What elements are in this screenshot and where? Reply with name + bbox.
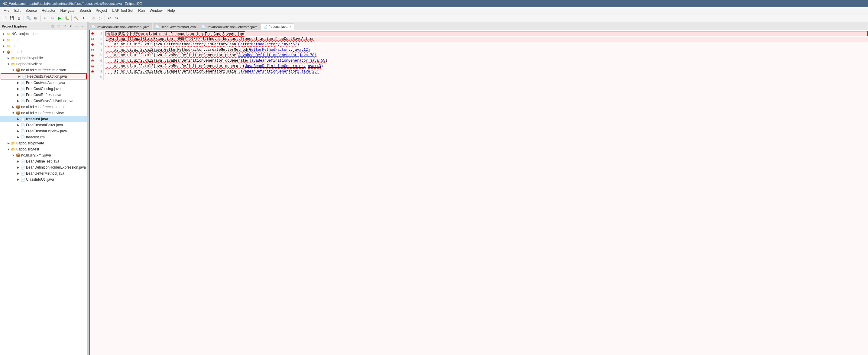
menu-window[interactable]: Window bbox=[147, 8, 165, 13]
menu-file[interactable]: File bbox=[1, 8, 12, 13]
tree-label-freecustclosing: FreeCustClosing.java bbox=[26, 87, 61, 91]
toolbar-undo[interactable]: ↩ bbox=[106, 15, 113, 22]
tree-arrow-beangettermethod[interactable]: ▶ bbox=[16, 172, 21, 175]
tree-label-src-test: uapbd/src/test bbox=[16, 147, 39, 151]
tree-item-beandefinitionholder[interactable]: ▶ 📄 BeanDefinitionHolderExpression.java bbox=[0, 164, 87, 170]
tree-arrow-pkg-action[interactable]: ▼ bbox=[11, 69, 16, 72]
tree-item-freecustomeditor[interactable]: ▶ 📄 FreeCustomEditor.java bbox=[0, 122, 87, 128]
toolbar-next-edit[interactable]: ▷ bbox=[97, 15, 103, 22]
tab-freecust[interactable]: 📄 freecust.java × bbox=[260, 23, 294, 30]
tree-arrow-freecust-java[interactable]: ▶ bbox=[16, 118, 21, 121]
tree-item-beandefinetest[interactable]: ▶ 📄 BeanDefineTest.java bbox=[0, 158, 87, 164]
tree-arrow-freecustomlistview[interactable]: ▶ bbox=[16, 130, 21, 133]
toolbar-new[interactable]: 📄 bbox=[1, 15, 8, 22]
tree-arrow-freecustomeditor[interactable]: ▶ bbox=[16, 124, 21, 127]
toolbar-back[interactable]: ↩ bbox=[42, 15, 49, 22]
link-line5[interactable]: JavaBeanDefinitionGenerator.java:78 bbox=[238, 53, 314, 57]
tree-arrow-riart[interactable]: ▶ bbox=[1, 38, 6, 41]
sidebar-close[interactable]: × bbox=[80, 24, 86, 29]
tree-arrow-pkg-xml2java[interactable]: ▼ bbox=[11, 154, 16, 157]
sidebar-minimize[interactable]: — bbox=[74, 24, 80, 29]
tree-arrow-feecust[interactable]: ▶ bbox=[17, 75, 22, 78]
tree-item-src-private[interactable]: ▶ 📂 uapbd/src/private bbox=[0, 140, 87, 146]
tree-arrow-freecustadd[interactable]: ▶ bbox=[16, 81, 21, 84]
tree-arrow-beandefinitionholder[interactable]: ▶ bbox=[16, 166, 21, 169]
sidebar-filter[interactable]: ▽ bbox=[56, 24, 61, 29]
sidebar-collapse[interactable]: □ bbox=[50, 24, 55, 29]
tree-label-freecustrefresh: FreeCustRefresh.java bbox=[26, 93, 61, 97]
tree-arrow-freecustrefresh[interactable]: ▶ bbox=[16, 93, 21, 96]
tab-beangettermethod[interactable]: 📄 BeanGetterMethod.java bbox=[153, 23, 198, 30]
toolbar-redo[interactable]: ↪ bbox=[113, 15, 120, 22]
tree-arrow-freecustclosing[interactable]: ▶ bbox=[16, 87, 21, 90]
tree-arrow-classinfoutil[interactable]: ▶ bbox=[16, 178, 21, 181]
tree-item-src-public[interactable]: ▶ 📂 uapbd/src/public bbox=[0, 55, 87, 61]
tree-item-beangettermethod[interactable]: ▶ 📄 BeanGetterMethod.java bbox=[0, 170, 87, 176]
tree-item-riart[interactable]: ▶ 📁 riart bbox=[0, 37, 87, 43]
tree-item-freecustomlistview[interactable]: ▶ 📄 FreeCustomListView.java bbox=[0, 128, 87, 134]
tree-arrow-src-test[interactable]: ▼ bbox=[6, 148, 11, 151]
tree-arrow-freecust-xml[interactable]: ▶ bbox=[16, 136, 21, 139]
link-line3[interactable]: GetterMethodFactory.java:57 bbox=[238, 42, 297, 46]
tree-arrow-src-private[interactable]: ▶ bbox=[6, 142, 11, 145]
toolbar-search[interactable]: 🔍 bbox=[25, 15, 32, 22]
menu-search[interactable]: Search bbox=[77, 8, 93, 13]
toolbar-grid[interactable]: ⊞ bbox=[32, 15, 39, 22]
tree-arrow-src-public[interactable]: ▶ bbox=[6, 57, 11, 60]
menu-run[interactable]: Run bbox=[136, 8, 147, 13]
menu-navigate[interactable]: Navigate bbox=[58, 8, 77, 13]
tree-item-freecustclosing[interactable]: ▶ 📄 FreeCustClosing.java bbox=[0, 86, 87, 92]
link-line7[interactable]: JavaBeanDefinitionGenerator.java:43 bbox=[245, 64, 321, 68]
tree-item-freecustrefresh[interactable]: ▶ 📄 FreeCustRefresh.java bbox=[0, 92, 87, 98]
menu-uap[interactable]: UAP Tool Set bbox=[110, 8, 136, 13]
tree-item-freecust-xml[interactable]: ▶ 📄 freecust.xml bbox=[0, 134, 87, 140]
tree-item-uapbd[interactable]: ▼ 📦 uapbd bbox=[0, 49, 87, 55]
tab-close-freecust[interactable]: × bbox=[289, 25, 292, 28]
toolbar-print[interactable]: 🖨 bbox=[16, 15, 22, 22]
toolbar-run[interactable]: ▶ bbox=[56, 15, 63, 22]
sidebar-link[interactable]: ⟳ bbox=[62, 24, 67, 29]
link-line6[interactable]: JavaBeanDefinitionGenerator.java:55 bbox=[249, 59, 325, 63]
tree-item-pkg-view[interactable]: ▼ 📦 nc.ui.bd.cust.freecust.view bbox=[0, 110, 87, 116]
tab-javabeandef2[interactable]: 📄 JavaBeanDefinitionGenerator2.java bbox=[89, 23, 152, 30]
tree-arrow-tbb[interactable]: ▶ bbox=[1, 44, 6, 47]
tree-label-classinfoutil: ClassInfoUtil.java bbox=[26, 178, 54, 182]
tree-arrow-nc-project[interactable]: ▶ bbox=[1, 32, 6, 35]
menu-source[interactable]: Source bbox=[23, 8, 39, 13]
tab-javabeandef[interactable]: 📄 JavaBeanDefinitionGenerator.java bbox=[199, 23, 260, 30]
code-line-2: java.lang.IllegalStateException: 未能在类路径中… bbox=[105, 36, 868, 42]
tree-item-tbb[interactable]: ▶ 📁 tbb bbox=[0, 43, 87, 49]
tree-item-classinfoutil[interactable]: ▶ 📄 ClassInfoUtil.java bbox=[0, 176, 87, 183]
tree-item-pkg-model[interactable]: ▶ 📦 nc.ui.bd.cust.freecust.model bbox=[0, 104, 87, 110]
link-line4[interactable]: GetterMethodFactory.java:12 bbox=[249, 48, 308, 52]
toolbar-clean[interactable]: ✦ bbox=[80, 15, 87, 22]
tree-arrow-beandefinetest[interactable]: ▶ bbox=[16, 160, 21, 163]
menu-edit[interactable]: Edit bbox=[12, 8, 23, 13]
gutter-error-4: ⊗ bbox=[90, 47, 95, 53]
tree-item-freecustaddaction[interactable]: ▶ 📄 FreeCustAddAction.java bbox=[0, 80, 87, 86]
menu-refactor[interactable]: Refactor bbox=[39, 8, 58, 13]
tree-arrow-freecustsaveadd[interactable]: ▶ bbox=[16, 99, 21, 102]
toolbar-save[interactable]: 💾 bbox=[8, 15, 15, 22]
tree-item-src-test[interactable]: ▼ 📂 uapbd/src/test bbox=[0, 146, 87, 152]
tree-arrow-pkg-model[interactable]: ▶ bbox=[11, 105, 16, 108]
tree-item-feecustsaveaction[interactable]: ▶ 📄 FeeCustSaveAction.java bbox=[1, 73, 87, 79]
toolbar-debug[interactable]: 🐛 bbox=[63, 15, 70, 22]
toolbar-prev-edit[interactable]: ◁ bbox=[89, 15, 96, 22]
link-line8[interactable]: JavaBeanDefinitionGenerator2.java:23 bbox=[238, 69, 316, 74]
tree-item-pkg-xml2java[interactable]: ▼ 📦 nc.ui.uif2.xml2java bbox=[0, 152, 87, 158]
tree-item-src-client[interactable]: ▼ 📂 uapbd/src/client bbox=[0, 61, 87, 67]
toolbar-build[interactable]: 🔨 bbox=[73, 15, 80, 22]
tree-item-freecust-java[interactable]: ▶ 📄 freecust.java bbox=[0, 116, 87, 122]
menu-help[interactable]: Help bbox=[165, 8, 178, 13]
code-line-9 bbox=[105, 74, 868, 80]
toolbar-forward[interactable]: ↪ bbox=[49, 15, 56, 22]
tree-arrow-uapbd[interactable]: ▼ bbox=[1, 51, 6, 54]
tree-item-pkg-action[interactable]: ▼ 📦 nc.ui.bd.cust.freecust.action bbox=[0, 67, 87, 73]
tree-item-nc-project[interactable]: ▶ 📁 NC_project_code bbox=[0, 31, 87, 37]
sidebar-menu[interactable]: ▾ bbox=[68, 24, 73, 29]
tree-item-freecustsaveaddaction[interactable]: ▶ 📄 FreeCustSaveAddAction.java bbox=[0, 98, 87, 104]
tree-arrow-src-client[interactable]: ▼ bbox=[6, 63, 11, 66]
menu-project[interactable]: Project bbox=[93, 8, 110, 13]
tree-arrow-pkg-view[interactable]: ▼ bbox=[11, 111, 16, 115]
